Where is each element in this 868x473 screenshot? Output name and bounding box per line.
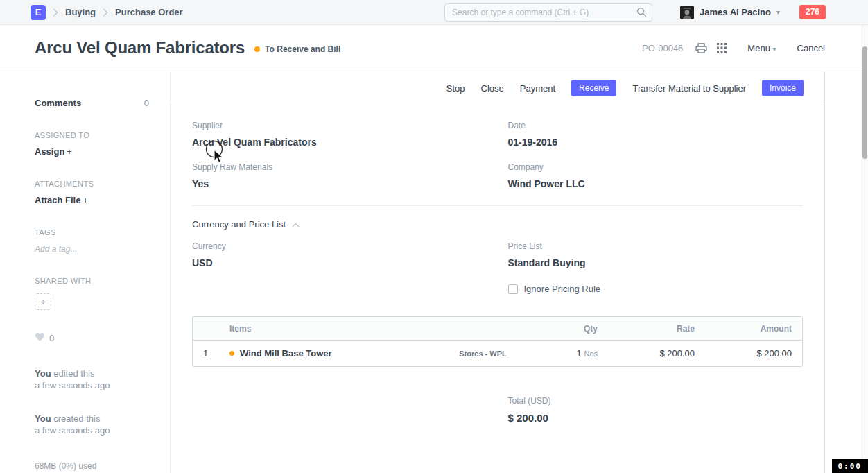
item-name-text: Wind Mill Base Tower	[240, 348, 332, 359]
field-label: Supplier	[192, 121, 498, 130]
field-total: Total (USD) $ 200.00	[508, 396, 804, 424]
comments-count: 0	[144, 98, 149, 108]
status-badge: To Receive and Bill	[254, 44, 340, 54]
stop-button[interactable]: Stop	[446, 83, 465, 94]
activity-edited: You edited this a few seconds ago	[35, 368, 149, 391]
section-supplier: Supplier Arcu Vel Quam Fabricators Suppl…	[192, 105, 803, 205]
company-value[interactable]: Wind Power LLC	[508, 178, 804, 189]
activity-created: You created this a few seconds ago	[35, 413, 149, 436]
table-row[interactable]: 1 Wind Mill Base Tower Stores - WPL 1 No…	[193, 341, 802, 366]
ignore-pricing-rule-checkbox-row[interactable]: Ignore Pricing Rule	[508, 284, 804, 294]
field-supply-raw-materials: Supply Raw Materials Yes	[192, 162, 498, 189]
section-items: Items Qty Rate Amount 1 Wind Mill Base T…	[192, 316, 803, 367]
close-button[interactable]: Close	[481, 83, 504, 94]
chevron-right-icon	[103, 8, 108, 17]
status-text: To Receive and Bill	[265, 44, 340, 54]
item-link[interactable]: Wind Mill Base Tower	[229, 348, 437, 359]
field-label: Price List	[508, 241, 804, 251]
chevron-down-icon: ▾	[776, 8, 780, 16]
receive-button[interactable]: Receive	[571, 80, 616, 96]
field-price-list: Price List Standard Buying	[508, 241, 804, 268]
assign-button[interactable]: Assign+	[35, 146, 149, 157]
storage-usage: 68MB (0%) used	[35, 461, 149, 471]
currency-value[interactable]: USD	[192, 257, 498, 268]
field-label: Date	[508, 121, 804, 130]
cancel-button[interactable]: Cancel	[797, 43, 825, 53]
checkbox-label: Ignore Pricing Rule	[524, 284, 601, 294]
chevron-down-icon: ▾	[773, 45, 776, 53]
attach-file-button[interactable]: Attach File+	[35, 195, 149, 205]
form-sidebar: Comments 0 ASSIGNED TO Assign+ ATTACHMEN…	[0, 71, 171, 473]
tags-heading: TAGS	[35, 228, 149, 237]
comments-link[interactable]: Comments	[35, 98, 81, 108]
attachments-heading: ATTACHMENTS	[35, 180, 149, 188]
date-value[interactable]: 01-19-2016	[508, 137, 804, 148]
user-name: James Al Pacino	[700, 7, 771, 17]
rate-cell: $ 200.00	[598, 348, 695, 359]
global-search	[444, 3, 652, 22]
breadcrumb-buying[interactable]: Buying	[65, 7, 96, 17]
assigned-to-heading: ASSIGNED TO	[35, 131, 149, 139]
transfer-material-button[interactable]: Transfer Material to Supplier	[632, 83, 746, 94]
qty-cell: 1 Nos	[528, 348, 598, 359]
breadcrumb-purchase-order[interactable]: Purchase Order	[115, 7, 183, 17]
search-icon	[636, 7, 647, 20]
share-add-button[interactable]: +	[35, 293, 51, 310]
form-body: Supplier Arcu Vel Quam Fabricators Suppl…	[171, 105, 824, 424]
heart-icon	[35, 332, 45, 344]
chevron-up-icon	[292, 218, 300, 230]
workflow-action-bar: Stop Close Payment Receive Transfer Mate…	[171, 71, 824, 105]
scrollbar-thumb[interactable]	[862, 46, 867, 159]
checkbox-unchecked-icon[interactable]	[508, 284, 518, 294]
col-amount-header: Amount	[695, 324, 792, 334]
col-items-header: Items	[229, 324, 437, 334]
field-supplier: Supplier Arcu Vel Quam Fabricators	[192, 121, 498, 148]
item-status-dot-icon	[229, 351, 234, 356]
field-label: Company	[508, 162, 804, 172]
document-id: PO-00046	[642, 43, 683, 53]
erpnext-app-window: E Buying Purchase Order James Al Pacino …	[0, 0, 868, 473]
supplier-value[interactable]: Arcu Vel Quam Fabricators	[192, 137, 498, 148]
print-icon[interactable]	[695, 43, 707, 53]
page-head-actions: PO-00046 Menu ▾ Cancel	[642, 43, 825, 53]
recording-timer: 0:00	[832, 459, 868, 473]
user-menu[interactable]: James Al Pacino ▾	[680, 6, 780, 19]
warehouse-value: Stores - WPL	[437, 350, 528, 358]
col-rate-header: Rate	[598, 324, 695, 334]
total-value: $ 200.00	[508, 412, 804, 424]
page-head: Arcu Vel Quam Fabricators To Receive and…	[0, 25, 868, 71]
page-title: Arcu Vel Quam Fabricators	[35, 38, 245, 58]
menu-button[interactable]: Menu ▾	[747, 43, 776, 53]
field-label: Supply Raw Materials	[192, 162, 498, 172]
like-button[interactable]: 0	[35, 332, 149, 344]
items-table-header: Items Qty Rate Amount	[193, 317, 802, 341]
navbar: E Buying Purchase Order James Al Pacino …	[0, 0, 868, 25]
payment-button[interactable]: Payment	[520, 83, 555, 94]
plus-icon: +	[83, 195, 88, 205]
app-logo[interactable]: E	[31, 5, 46, 20]
row-index: 1	[203, 348, 229, 359]
uom-text: Nos	[584, 350, 598, 358]
likes-count: 0	[49, 333, 54, 343]
section-title: Currency and Price List	[192, 219, 286, 230]
search-input[interactable]	[444, 3, 652, 22]
shared-with-heading: SHARED WITH	[35, 277, 149, 285]
grid-menu-icon[interactable]	[717, 43, 727, 53]
field-label: Currency	[192, 241, 498, 251]
app-logo-letter: E	[35, 7, 42, 17]
field-currency: Currency USD	[192, 241, 498, 268]
invoice-button[interactable]: Invoice	[762, 80, 804, 96]
plus-icon: +	[67, 146, 72, 157]
supply-raw-materials-value[interactable]: Yes	[192, 178, 498, 189]
amount-cell: $ 200.00	[695, 348, 792, 359]
price-list-value[interactable]: Standard Buying	[508, 257, 804, 268]
section-currency-price-list: Currency and Price List Currency USD	[192, 205, 803, 294]
add-tag-input[interactable]: Add a tag...	[35, 244, 149, 254]
status-dot-icon	[254, 46, 260, 52]
col-qty-header: Qty	[528, 324, 598, 334]
avatar	[680, 6, 694, 19]
section-collapse-toggle[interactable]: Currency and Price List	[192, 218, 803, 230]
chevron-right-icon	[53, 8, 58, 17]
form-content: Stop Close Payment Receive Transfer Mate…	[171, 71, 825, 473]
notifications-badge[interactable]: 276	[799, 5, 826, 20]
